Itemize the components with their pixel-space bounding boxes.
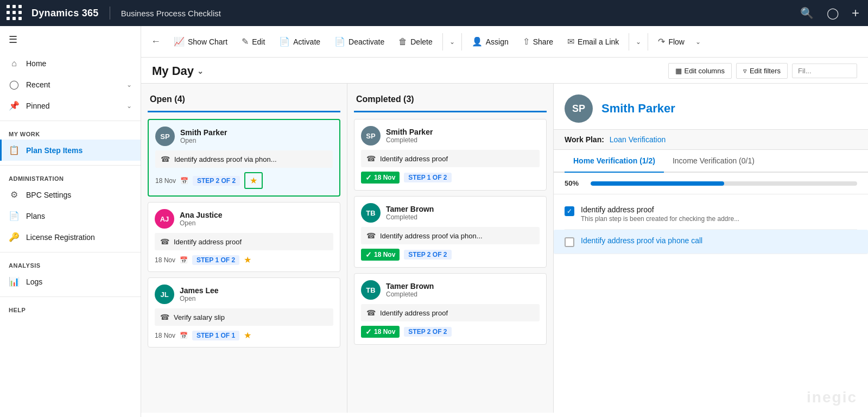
toolbar-divider-2	[461, 33, 462, 50]
view-title-chevron[interactable]: ⌄	[197, 67, 204, 75]
sidebar-item-bpc-settings[interactable]: ⚙ BPC Settings	[0, 184, 141, 205]
completed-card-1[interactable]: SP Smith Parker Completed ☎ Identify add…	[354, 119, 547, 191]
home-icon: ⌂	[9, 59, 20, 68]
edit-columns-button[interactable]: ▦ Edit columns	[668, 63, 732, 79]
card-1-header: SP Smith Parker Open	[155, 127, 333, 146]
edit-filters-button[interactable]: ▿ Edit filters	[736, 63, 788, 79]
flow-button[interactable]: ↷ Flow	[651, 32, 691, 51]
sidebar-item-plans[interactable]: 📄 Plans	[0, 205, 141, 226]
main-toolbar: ← 📈 Show Chart ✎ Edit 📄 Activate 📄 Deact…	[141, 26, 868, 58]
sidebar-item-plan-label: Plan Step Items	[26, 146, 83, 155]
hamburger-menu[interactable]: ☰	[0, 26, 141, 53]
show-chart-button[interactable]: 📈 Show Chart	[167, 32, 234, 51]
cc-3-task-text: Identify address proof	[380, 309, 448, 317]
detail-header: SP Smith Parker	[554, 84, 868, 130]
open-card-2[interactable]: AJ Ana Justice Open ☎ Identify address p…	[148, 202, 340, 272]
plan-step-icon: 📋	[9, 145, 20, 155]
app-title: Dynamics 365	[31, 8, 99, 19]
completed-card-3[interactable]: TB Tamer Brown Completed ☎ Identify addr…	[354, 273, 547, 345]
cc-1-name: Smith Parker	[386, 128, 433, 136]
card-1-task: ☎ Identify address proof via phon...	[155, 150, 333, 168]
open-card-3[interactable]: JL James Lee Open ☎ Verify salary slip 1…	[148, 277, 340, 348]
edit-button[interactable]: ✎ Edit	[235, 32, 271, 51]
sidebar-item-home-label: Home	[26, 59, 46, 68]
card-1-task-text: Identify address proof via phon...	[174, 155, 277, 163]
tab-income-verification[interactable]: Income Verification (0/1)	[664, 150, 763, 173]
sidebar-item-plans-label: Plans	[26, 212, 45, 220]
sidebar-item-home[interactable]: ⌂ Home	[0, 53, 141, 74]
sidebar-item-recent[interactable]: ◯ Recent ⌄	[0, 74, 141, 95]
card-2-name: Ana Justice	[180, 211, 223, 219]
work-plan-value: Loan Verification	[610, 135, 666, 144]
sidebar-divider-3	[0, 252, 141, 252]
deactivate-label: Deactivate	[349, 37, 384, 46]
view-actions: ▦ Edit columns ▿ Edit filters	[668, 63, 858, 79]
step-item-2[interactable]: Identify address proof via phone call	[554, 230, 868, 254]
cc-phone-icon-3: ☎	[366, 308, 376, 317]
step-1-checkbox[interactable]: ✓	[565, 206, 574, 216]
assign-icon: 👤	[472, 36, 483, 47]
sidebar-divider-1	[0, 121, 141, 121]
card-3-info: James Lee Open	[180, 286, 219, 302]
cc-1-footer: ✓ 18 Nov STEP 1 OF 2	[361, 172, 540, 184]
notification-icon[interactable]: ◯	[825, 4, 841, 22]
card-2-info: Ana Justice Open	[180, 211, 223, 227]
sidebar-item-plan-step-items[interactable]: 📋 Plan Step Items	[0, 140, 141, 161]
share-button[interactable]: ⇧ Share	[516, 32, 560, 51]
deactivate-icon: 📄	[334, 36, 345, 47]
add-icon[interactable]: +	[850, 3, 861, 23]
star-icon-2[interactable]: ★	[244, 255, 251, 265]
assign-label: Assign	[486, 37, 509, 46]
step-1-check-icon: ✓	[567, 207, 572, 215]
step-item-1[interactable]: ✓ Identify address proof This plan step …	[565, 199, 857, 230]
cc-3-info: Tamer Brown Completed	[386, 282, 434, 298]
completed-card-2[interactable]: TB Tamer Brown Completed ☎ Identify addr…	[354, 196, 547, 268]
tab-home-verification[interactable]: Home Verification (1/2)	[565, 150, 664, 173]
deactivate-button[interactable]: 📄 Deactivate	[328, 32, 391, 51]
flow-chevron[interactable]: ⌄	[692, 34, 704, 50]
phone-icon-3: ☎	[160, 313, 169, 321]
edit-label: Edit	[252, 37, 265, 46]
sidebar-divider-4	[0, 296, 141, 297]
activate-label: Activate	[293, 37, 320, 46]
toolbar-divider-1	[442, 33, 443, 50]
card-3-status: Open	[180, 295, 219, 302]
app-grid-icon[interactable]	[7, 5, 23, 21]
card-2-task: ☎ Identify address proof	[155, 233, 333, 250]
activate-button[interactable]: 📄 Activate	[273, 32, 327, 51]
card-1-star-box[interactable]: ★	[244, 172, 263, 189]
assign-button[interactable]: 👤 Assign	[465, 32, 515, 51]
tab-income-verification-label: Income Verification (0/1)	[673, 156, 755, 165]
card-1-date: 18 Nov	[155, 177, 176, 185]
sidebar-item-logs[interactable]: 📊 Logs	[0, 271, 141, 292]
star-icon-1[interactable]: ★	[250, 175, 257, 186]
calendar-icon-3: 📅	[180, 332, 188, 339]
phone-icon-1: ☎	[161, 155, 170, 163]
card-2-header: AJ Ana Justice Open	[155, 209, 333, 229]
card-3-footer: 18 Nov 📅 STEP 1 OF 1 ★	[155, 330, 333, 340]
email-link-button[interactable]: ✉ Email a Link	[561, 32, 625, 51]
email-more-chevron[interactable]: ⌄	[632, 34, 644, 50]
back-button[interactable]: ←	[145, 31, 166, 52]
card-3-name: James Lee	[180, 286, 219, 295]
star-icon-3[interactable]: ★	[244, 330, 251, 340]
cc-1-status: Completed	[386, 136, 433, 144]
detail-name: Smith Parker	[601, 102, 675, 116]
more-actions-chevron[interactable]: ⌄	[446, 34, 458, 50]
delete-button[interactable]: 🗑 Delete	[392, 33, 439, 51]
step-2-title[interactable]: Identify address proof via phone call	[581, 236, 857, 245]
step-2-checkbox[interactable]	[565, 237, 574, 247]
flow-icon: ↷	[658, 36, 665, 47]
sidebar-item-pinned[interactable]: 📌 Pinned ⌄	[0, 95, 141, 116]
card-1-status: Open	[180, 137, 227, 144]
view-title-text: My Day	[152, 64, 194, 78]
search-icon[interactable]: 🔍	[798, 4, 816, 22]
administration-section-header: Administration	[0, 170, 141, 184]
sidebar-item-license-registration[interactable]: 🔑 License Registration	[0, 226, 141, 248]
analysis-section-header: Analysis	[0, 257, 141, 271]
filter-input[interactable]	[792, 64, 857, 78]
card-2-date: 18 Nov	[155, 256, 175, 264]
cc-2-name: Tamer Brown	[386, 205, 434, 213]
card-2-status: Open	[180, 219, 223, 227]
open-card-1[interactable]: SP Smith Parker Open ☎ Identify address …	[148, 119, 340, 197]
